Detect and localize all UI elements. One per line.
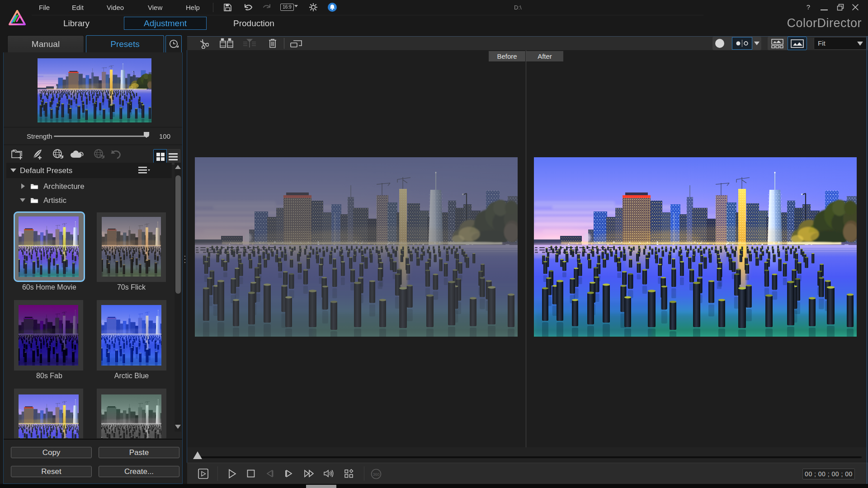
svg-text:360: 360	[373, 472, 379, 477]
